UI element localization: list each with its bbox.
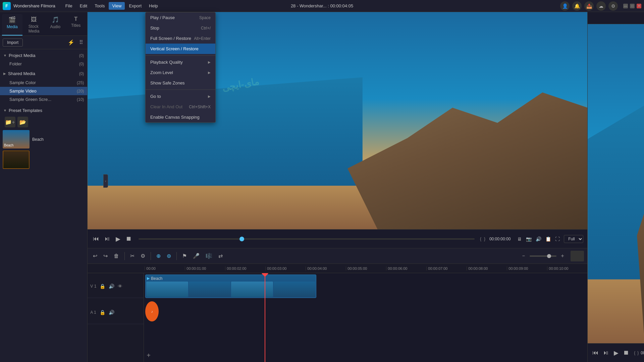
player-time: 00:00:00:00: [489, 237, 511, 241]
marker-btn[interactable]: ⚑: [180, 251, 189, 260]
zoom-in-btn[interactable]: ＋: [558, 251, 567, 261]
menu-help[interactable]: Help: [146, 2, 161, 10]
playlist-btn[interactable]: 📋: [544, 235, 552, 243]
play-pause-btn[interactable]: ⏯: [103, 234, 112, 244]
menu-view[interactable]: View: [109, 2, 125, 10]
music-btn[interactable]: 🎼: [204, 251, 214, 260]
preview-header: Export: [588, 12, 644, 24]
menu-file[interactable]: File: [62, 2, 76, 10]
maximize-btn[interactable]: □: [630, 4, 635, 8]
quality-dropdown[interactable]: Full: [564, 235, 583, 243]
close-btn[interactable]: ✕: [637, 4, 641, 8]
tab-media[interactable]: 🎬 Media: [2, 14, 22, 36]
preset-templates-header[interactable]: ▼ Preset Templates: [3, 106, 84, 115]
media-tree: ▼ Project Media (0) Folder (0) ▶ Shared …: [0, 49, 87, 362]
fullscreen-btn[interactable]: ⛶: [554, 235, 561, 243]
project-media-header[interactable]: ▼ Project Media (0): [0, 51, 87, 60]
sample-green-item[interactable]: Sample Green Scre... (10): [0, 95, 87, 104]
playhead-thumb[interactable]: [239, 237, 244, 241]
menu-canvas-snapping[interactable]: Enable Canvas Snapping: [146, 112, 215, 122]
minimize-btn[interactable]: —: [623, 4, 628, 8]
audio-btn[interactable]: 🔊: [534, 235, 543, 243]
window-title: 28 - Wondershar... : 00:00:04:05: [291, 3, 353, 8]
view-menu: Play / Pause Space Stop Ctrl+/ Full Scre…: [145, 12, 216, 123]
menu-stop[interactable]: Stop Ctrl+/: [146, 23, 215, 33]
tab-audio[interactable]: 🎵 Audio: [45, 14, 65, 36]
shared-media-section: ▶ Shared Media (0): [0, 69, 87, 78]
media-item-beach[interactable]: Beach Beach: [3, 130, 85, 148]
video-track-header: V 1 🔒 🔊 👁: [88, 275, 144, 298]
menu-tools[interactable]: Tools: [91, 2, 108, 10]
app-name: Wondershare Filmora: [13, 3, 55, 8]
stop-btn[interactable]: ⏹: [124, 234, 133, 244]
add-preset-btn[interactable]: 📂: [17, 117, 28, 127]
tab-stock-media[interactable]: 🖼 Stock Media: [24, 14, 44, 36]
notifications-btn[interactable]: 🔔: [572, 1, 582, 11]
undo-btn[interactable]: ↩: [91, 251, 99, 260]
preview-stop-btn[interactable]: ⏹: [622, 348, 631, 358]
screen-btn[interactable]: 🖥: [516, 235, 523, 243]
play-btn[interactable]: ▶: [114, 234, 122, 244]
add-track-button[interactable]: +: [147, 352, 151, 359]
share-btn[interactable]: 📤: [584, 1, 594, 11]
menu-zoom-level[interactable]: Zoom Level ▶: [146, 67, 215, 78]
menu-edit[interactable]: Edit: [76, 2, 91, 10]
filter-button[interactable]: ⚡: [66, 38, 76, 47]
import-button[interactable]: Import: [3, 39, 23, 47]
menu-playback-quality[interactable]: Playback Quality ▶: [146, 57, 215, 67]
menu-play-pause[interactable]: Play / Pause Space: [146, 12, 215, 23]
zoom-thumb[interactable]: [547, 254, 551, 258]
bracket-in: {: [480, 237, 481, 241]
timeline-content: ▶ Beach ♪ +: [144, 273, 587, 362]
title-bar: F Wondershare Filmora File Edit Tools Vi…: [0, 0, 644, 12]
preview-rewind-btn[interactable]: ⏮: [591, 348, 600, 358]
track-headers: V 1 🔒 🔊 👁 A 1 🔒 🔊: [88, 273, 144, 362]
media-item-second[interactable]: [3, 150, 85, 169]
preview-fwd-btn[interactable]: ▶: [612, 348, 620, 358]
track-visible-btn[interactable]: 👁: [117, 283, 123, 290]
audio-track-lock-btn[interactable]: 🔒: [99, 309, 106, 316]
stabilize-btn[interactable]: ⊚: [165, 251, 173, 260]
zoom-slider[interactable]: [530, 255, 556, 257]
profile-btn[interactable]: 👤: [560, 1, 570, 11]
menu-show-safe-zones[interactable]: Show Safe Zones: [146, 78, 215, 88]
redo-btn[interactable]: ↪: [101, 251, 110, 260]
left-panel-collapse-btn[interactable]: ‹: [103, 174, 108, 188]
clip-frames: [146, 281, 316, 298]
playhead-slider[interactable]: [139, 238, 475, 240]
sample-video-item[interactable]: Sample Video (20): [0, 87, 87, 95]
preview-play-btn[interactable]: ⏯: [602, 348, 610, 358]
menu-export[interactable]: Export: [125, 2, 145, 10]
menu-fullscreen[interactable]: Full Screen / Restore Alt+Enter: [146, 33, 215, 44]
mic-btn[interactable]: 🎤: [191, 251, 202, 260]
separator-2: [151, 252, 151, 260]
menu-vertical-screen[interactable]: Vertical Screen / Restore: [146, 44, 215, 54]
track-mute-btn[interactable]: 🔊: [108, 283, 115, 290]
audio-track-mute-btn[interactable]: 🔊: [108, 309, 115, 316]
separator-1: [124, 252, 125, 260]
cloud-btn[interactable]: ☁: [596, 1, 606, 11]
thumb-label: Beach: [4, 143, 13, 147]
menu-go-to[interactable]: Go to ▶: [146, 91, 215, 102]
grid-view-button[interactable]: ⠿: [78, 38, 85, 47]
folder-item[interactable]: Folder (0): [0, 60, 87, 68]
delete-btn[interactable]: 🗑: [112, 252, 121, 260]
video-clip-beach[interactable]: ▶ Beach: [145, 275, 316, 298]
player-controls: ⏮ ⏯ ▶ ⏹ { } 00:00:00:00 🖥 📷 🔊 📋 ⛶ Full: [88, 229, 587, 248]
cut-btn[interactable]: ✂: [128, 251, 137, 260]
new-folder-btn[interactable]: 📁+: [5, 117, 15, 127]
audio-clip[interactable]: ♪: [145, 301, 159, 321]
shared-media-header[interactable]: ▶ Shared Media (0): [0, 69, 87, 78]
settings-icon[interactable]: ⚙: [608, 1, 618, 11]
ripple-btn[interactable]: ⚙: [139, 251, 147, 260]
zoom-out-btn[interactable]: －: [519, 251, 528, 261]
snapshot-btn[interactable]: 📷: [525, 235, 533, 243]
motion-btn[interactable]: ⊕: [154, 251, 163, 260]
tab-titles[interactable]: T Titles: [66, 14, 85, 36]
rewind-btn[interactable]: ⏮: [92, 234, 100, 244]
expand-icon: ▼: [3, 54, 7, 57]
split-btn[interactable]: ⇄: [216, 251, 225, 260]
track-lock-btn[interactable]: 🔒: [99, 283, 106, 290]
playhead-line[interactable]: [265, 273, 265, 362]
sample-color-item[interactable]: Sample Color (25): [0, 78, 87, 87]
